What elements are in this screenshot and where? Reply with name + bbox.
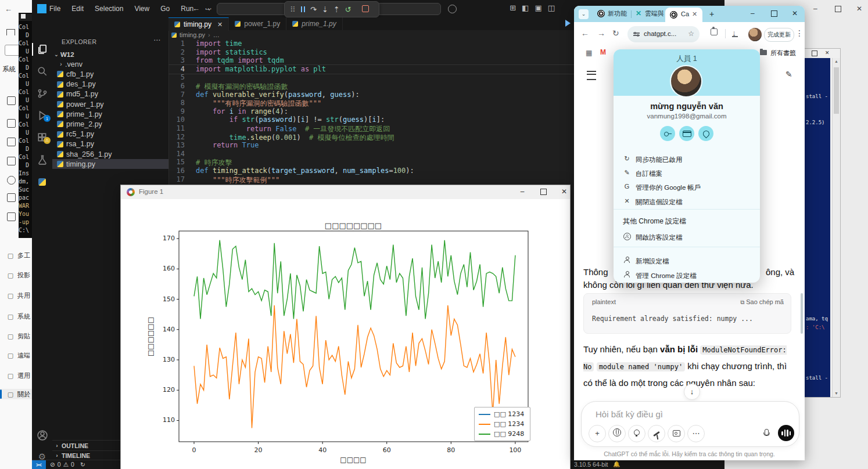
explorer-icon[interactable]	[32, 41, 52, 58]
tab-chatgpt-active[interactable]: Ca ✕	[665, 8, 702, 22]
sound-icon[interactable]	[7, 119, 16, 128]
editor-tab-prime_1-py[interactable]: prime_1.py	[286, 17, 342, 30]
problems-status[interactable]: ⊘0 ⚠0 ↻	[50, 461, 85, 468]
tab-whats-new[interactable]: 新功能	[608, 9, 627, 18]
site-controls-icon[interactable]	[633, 31, 640, 37]
bg-maximize-icon[interactable]	[835, 6, 841, 14]
menu-go[interactable]: Go	[160, 5, 170, 13]
testing-icon[interactable]	[32, 151, 52, 168]
menu-view[interactable]: View	[134, 5, 149, 13]
debug-step-into-button[interactable]: ⇣	[322, 5, 328, 14]
settings-nav-item-2[interactable]: ▢投影	[0, 270, 32, 280]
chrome-menu-kebab-icon[interactable]: ⋮	[795, 28, 804, 38]
menu-item[interactable]: 新增設定檔	[614, 255, 760, 268]
settings-nav-item-4[interactable]: ▢系統	[0, 311, 32, 322]
nearby-share-icon[interactable]	[7, 212, 16, 221]
figure-titlebar[interactable]: Figure 1 – ✕	[121, 185, 570, 200]
settings-nav-item-5[interactable]: ▢剪貼	[0, 331, 32, 341]
profile-avatar[interactable]	[748, 28, 762, 41]
forward-arrow-icon[interactable]: →	[204, 4, 211, 13]
file-row-prime_2-py[interactable]: prime_2.py	[52, 119, 168, 129]
think-bulb-icon[interactable]	[628, 425, 645, 442]
file-row-rsa_1-py[interactable]: rsa_1.py	[52, 139, 168, 149]
console-maximize-icon[interactable]	[812, 50, 817, 56]
downloads-icon[interactable]: ↓	[732, 28, 736, 38]
chat-input[interactable]	[594, 409, 771, 420]
url-text[interactable]: chatgpt.c...	[644, 30, 676, 37]
notifications-bell-icon[interactable]: 🔔	[613, 461, 620, 467]
tab-cloud[interactable]: 雲端與	[645, 9, 664, 18]
file-row-timing-py[interactable]: timing.py	[52, 159, 168, 169]
toggle-secondary-sidebar-icon[interactable]: ◫	[548, 3, 555, 12]
addresses-button[interactable]	[698, 126, 713, 141]
menu-item[interactable]: ✎自訂檔案	[614, 168, 760, 181]
menu-edit[interactable]: Edit	[71, 5, 84, 13]
debug-stop-button[interactable]	[357, 5, 369, 14]
chatgpt-new-chat-icon[interactable]: ✎	[785, 70, 792, 79]
file-row-md5_1-py[interactable]: md5_1.py	[52, 89, 168, 99]
debug-restart-button[interactable]: ↺	[345, 5, 351, 14]
settings-nav-item-8[interactable]: ▢關於	[0, 389, 32, 399]
file-row-rc5_1-py[interactable]: rc5_1.py	[52, 129, 168, 139]
settings-nav-item-7[interactable]: ▢選用	[0, 370, 32, 381]
back-arrow-icon[interactable]: ←	[192, 4, 200, 13]
console-close-icon[interactable]: ✕	[825, 50, 830, 56]
breadcrumb-more[interactable]: …	[213, 31, 220, 38]
debug-step-over-button[interactable]: ↷	[310, 5, 317, 14]
deep-research-telescope-icon[interactable]	[648, 425, 665, 442]
apps-grid-icon[interactable]: ▦	[586, 49, 592, 57]
file-row-power_1-py[interactable]: power_1.py	[52, 99, 168, 109]
browser-forward-icon[interactable]: →	[597, 28, 605, 38]
breadcrumb[interactable]: timing.py › …	[171, 30, 220, 39]
extensions-puzzle-icon[interactable]	[711, 28, 718, 37]
chrome-minimize-button[interactable]: –	[751, 9, 755, 17]
menu-item[interactable]: ↻同步功能已啟用	[614, 154, 760, 167]
chatgpt-sidebar-toggle-icon[interactable]	[587, 71, 596, 80]
all-bookmarks-label[interactable]: 所有書籤	[770, 49, 796, 57]
notifications-icon[interactable]	[7, 138, 16, 146]
gmail-bookmark-icon[interactable]: M	[600, 48, 606, 56]
run-python-file-button[interactable]	[565, 20, 571, 27]
menu-item[interactable]: 管理 Chrome 設定檔	[614, 270, 760, 283]
open-guest-profile-item[interactable]: 開啟訪客設定檔	[614, 232, 760, 244]
scroll-up-icon[interactable]: ▲	[833, 58, 840, 65]
settings-nav-item-6[interactable]: ▢遠端	[0, 350, 32, 360]
python-version-status[interactable]: 3.10.5 64-bit	[574, 461, 608, 468]
tab-close-icon[interactable]: ✕	[692, 10, 697, 18]
extensions-icon[interactable]: ⚠	[32, 129, 52, 146]
file-row-sha_256_1-py[interactable]: sha_256_1.py	[52, 149, 168, 159]
search-icon[interactable]	[32, 63, 52, 80]
update-chrome-chip[interactable]: 完成更新	[764, 28, 794, 42]
python-extension-icon[interactable]	[32, 173, 52, 190]
workspace-row[interactable]: ⌄W12	[52, 49, 168, 59]
settings-nav-item-1[interactable]: ▢多工	[0, 250, 32, 261]
menu-selection[interactable]: Selection	[95, 5, 123, 13]
file-row-cfb_1-py[interactable]: cfb_1.py	[52, 69, 168, 79]
tab-search-chevron-icon[interactable]: ⌄	[579, 9, 589, 19]
scrollbar-thumb[interactable]	[834, 67, 839, 114]
menu-run[interactable]: Run	[181, 5, 193, 13]
file-row-prime_1-py[interactable]: prime_1.py	[52, 109, 168, 119]
editor-tab-timing-py[interactable]: timing.py✕	[168, 17, 229, 31]
scroll-down-icon[interactable]: ▼	[833, 390, 840, 397]
create-image-icon[interactable]	[668, 425, 685, 442]
web-search-icon[interactable]	[608, 425, 626, 442]
tab-close-icon[interactable]: ✕	[217, 21, 223, 28]
copy-code-button[interactable]: Sao chép mã	[740, 298, 784, 306]
toggle-sidebar-icon[interactable]: ◧	[522, 3, 529, 12]
attach-plus-icon[interactable]: +	[589, 425, 606, 442]
source-control-icon[interactable]	[32, 85, 52, 102]
more-tools-icon[interactable]: ⋯	[687, 425, 705, 442]
figure-minimize-button[interactable]: –	[514, 187, 531, 197]
storage-icon[interactable]	[7, 193, 16, 202]
customize-layout-icon[interactable]: ⊞	[510, 3, 516, 12]
browser-reload-icon[interactable]: ↻	[612, 28, 619, 38]
voice-mode-button[interactable]	[778, 425, 794, 441]
explorer-actions-icon[interactable]: ⋯	[153, 36, 160, 44]
figure-maximize-button[interactable]	[535, 189, 552, 199]
night-light-icon[interactable]	[7, 157, 16, 165]
browser-back-icon[interactable]: ←	[581, 28, 589, 38]
payment-methods-button[interactable]	[679, 126, 694, 141]
account-icon[interactable]	[32, 427, 52, 444]
debug-step-out-button[interactable]: ⇡	[333, 5, 340, 14]
